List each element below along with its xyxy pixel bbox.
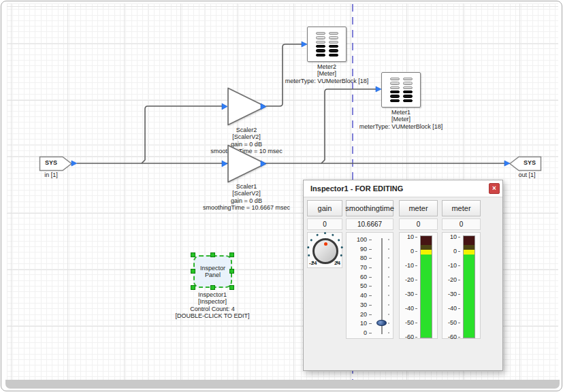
scaler2-output-port-icon[interactable] [261,103,266,110]
sys-out-label: SYS [516,159,543,166]
vu-meter-icon [403,78,413,102]
gain-max-label: 24 [334,260,340,266]
selection-handle[interactable] [229,252,234,257]
meter1-input-port-icon[interactable] [376,86,381,92]
meter-scale-label: -60 [443,333,457,340]
meter-scale-label: 0 [443,248,457,255]
scaler1-input-port-icon[interactable] [222,161,227,167]
meter2-input-port-icon[interactable] [302,42,307,47]
meter-b-panel: 10 0 -10 -20 -30 -40 -50 -60 [442,232,481,339]
meter-scale-label: -10 [443,262,457,269]
slider-scale-label: 100 [347,236,367,243]
smoothingtime-panel: 100 90 80 70 60 50 40 30 20 10 0 [346,232,393,339]
gain-panel: -24 24 [307,232,342,268]
vu-meter-bar [463,235,475,338]
selection-handle[interactable] [210,285,215,290]
slider-scale-label: 70 [347,264,367,271]
slider-scale-label: 20 [347,311,367,318]
meter-scale-label: 0 [400,248,414,255]
slider-scale-label: 40 [347,292,367,299]
design-canvas: SYS in [1] SYS out [1] Meter2 [Meter] me… [1,1,562,391]
vu-meter-bar [420,235,432,338]
meter-scale-label: -40 [400,305,414,312]
meter-scale-label: -60 [400,333,414,340]
slider-scale-label: 90 [347,246,367,252]
inspector-panel-block[interactable]: Inspector Panel [193,255,232,288]
selection-handle[interactable] [229,285,234,290]
selection-handle[interactable] [191,252,195,257]
slider-scale-label: 80 [347,255,367,261]
smoothingtime-value[interactable]: 10.6667 [346,218,393,230]
meter-a-value: 0 [399,218,438,230]
sys-in-label: SYS [37,159,65,166]
meter-a-column-header[interactable]: meter [399,200,438,216]
selection-handle[interactable] [229,269,234,274]
slider-scale-label: 50 [347,282,367,289]
meter-scale-label: -20 [400,276,414,283]
meter-scale-label: -30 [400,291,414,297]
wire-branch-meter1[interactable] [321,89,376,163]
close-icon[interactable]: × [489,183,500,194]
slider-scale-label: 30 [347,301,367,308]
gain-min-label: -24 [309,260,317,266]
inspector-block-line1: Inspector [200,265,225,272]
meter-scale-label: -20 [443,276,457,283]
smoothingtime-column-header[interactable]: smoothingtime [346,200,393,216]
meter-scale-label: -50 [400,319,414,326]
meter1-block[interactable] [381,72,421,108]
vu-meter-icon [390,78,400,102]
meter-scale-label: -10 [400,262,414,269]
sys-in-sublabel: in [1] [34,172,68,178]
wire-branch-scaler2[interactable] [142,106,222,163]
knob-indicator-dot [324,242,327,246]
meter-scale-label: -40 [443,305,457,312]
meter-a-panel: 10 0 -10 -20 -30 -40 -50 -60 [399,232,438,339]
gain-column-header[interactable]: gain [307,200,342,216]
meter-b-column-header[interactable]: meter [442,200,481,216]
slider-scale-label: 0 [347,329,367,336]
selection-handle[interactable] [191,285,195,290]
meter-scale-label: -30 [443,291,457,297]
sys-in-output-port-icon[interactable] [71,161,77,166]
vu-meter-icon [316,32,325,56]
slider-thumb[interactable] [376,320,387,326]
scaler1-block[interactable] [228,146,266,182]
meter-b-value: 0 [442,218,481,230]
wire-scaler2-to-meter2[interactable] [266,44,302,106]
sys-out-input-port-icon[interactable] [504,161,510,166]
meter-scale-label: -50 [443,319,457,326]
scaler2-block[interactable] [228,88,266,125]
slider-scale-label: 60 [347,274,367,280]
scaler2-input-port-icon[interactable] [222,103,227,110]
sys-out-sublabel: out [1] [510,172,544,178]
meter-scale-label: 10 [400,233,414,240]
inspector-window: Inspector1 - FOR EDITING × gain smoothin… [303,180,503,371]
slider-scale-label: 10 [347,320,367,327]
inspector-window-titlebar[interactable]: Inspector1 - FOR EDITING [304,180,502,197]
vu-meter-icon [329,32,338,56]
inspector-block-line2: Panel [200,272,225,279]
inspector-window-title: Inspector1 - FOR EDITING [310,184,403,193]
gain-value[interactable]: 0 [307,218,342,230]
selection-handle[interactable] [191,269,195,274]
meter-scale-label: 10 [443,233,457,240]
selection-handle[interactable] [210,252,215,257]
scaler1-output-port-icon[interactable] [261,161,266,167]
meter2-block[interactable] [307,27,347,62]
